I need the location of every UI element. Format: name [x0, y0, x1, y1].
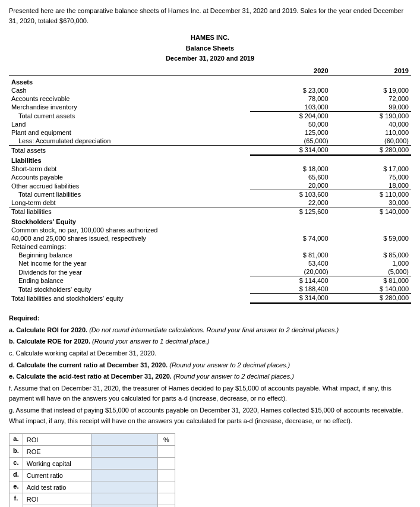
total-current-assets-row: Total current assets $ 204,000 $ 190,000: [9, 111, 411, 120]
beginning-balance-2019: $ 85,000: [331, 251, 411, 259]
ending-balance-row: Ending balance $ 114,400 $ 81,000: [9, 276, 411, 285]
required-item-a: a. Calculate ROI for 2020. (Do not round…: [9, 325, 411, 336]
answer-row-b: b. ROE: [10, 446, 175, 458]
answer-input-f-roi[interactable]: [91, 493, 157, 505]
accounts-payable-label: Accounts payable: [9, 173, 250, 181]
accum-dep-2020: (65,000): [250, 137, 330, 146]
inventory-2019: 99,000: [331, 103, 411, 112]
col-2019-header: 2019: [331, 67, 411, 76]
ppe-2019: 110,000: [331, 128, 411, 137]
total-current-assets-2020: $ 204,000: [250, 111, 330, 120]
answer-input-b[interactable]: [91, 446, 157, 458]
accounts-payable-2020: 65,600: [250, 173, 330, 181]
accounts-payable-2019: 75,000: [331, 173, 411, 181]
answer-input-d[interactable]: [91, 470, 157, 481]
answer-blank-d: [157, 470, 175, 481]
answer-row-f-roi: f. ROI: [10, 493, 175, 505]
total-liabilities-2020: $ 125,600: [250, 207, 330, 216]
inventory-label: Merchandise inventory: [9, 103, 250, 112]
short-term-debt-label: Short-term debt: [9, 165, 250, 173]
retained-earnings-header: Retained earnings:: [9, 243, 250, 251]
answer-name-e: Acid test ratio: [23, 481, 91, 493]
answer-label-f: f.: [10, 493, 23, 507]
cash-label: Cash: [9, 86, 250, 95]
common-stock-label2: 40,000 and 25,000 shares issued, respect…: [9, 234, 250, 243]
answer-label-b: b.: [10, 446, 23, 458]
total-assets-label: Total assets: [9, 145, 250, 155]
answer-blank-e: [157, 481, 175, 493]
assets-header: Assets: [9, 75, 250, 86]
land-2020: 50,000: [250, 120, 330, 128]
required-item-g: g. Assume that instead of paying $15,000…: [9, 405, 411, 426]
answer-input-a[interactable]: [91, 434, 157, 446]
total-se-2019: $ 140,000: [331, 285, 411, 294]
total-liabilities-2019: $ 140,000: [331, 207, 411, 216]
answer-input-c[interactable]: [91, 458, 157, 470]
cash-row: Cash $ 23,000 $ 19,000: [9, 86, 411, 95]
company-name: HAMES INC.: [9, 33, 411, 43]
liabilities-header-row: Liabilities: [9, 155, 411, 165]
answer-name-d: Current ratio: [23, 470, 91, 481]
answer-row-d: d. Current ratio: [10, 470, 175, 481]
answer-percent-a: %: [157, 434, 175, 446]
total-current-liab-2019: $ 110,000: [331, 190, 411, 199]
ar-row: Accounts receivable 78,000 72,000: [9, 95, 411, 103]
total-se-2020: $ 188,400: [250, 285, 330, 294]
inventory-2020: 103,000: [250, 103, 330, 112]
net-income-row: Net income for the year 53,400 1,000: [9, 259, 411, 267]
total-current-assets-label: Total current assets: [9, 111, 250, 120]
long-term-debt-row: Long-term debt 22,000 30,000: [9, 199, 411, 207]
cash-2019: $ 19,000: [331, 86, 411, 95]
other-accrued-row: Other accrued liabilities 20,000 18,000: [9, 181, 411, 190]
se-header: Stockholders' Equity: [9, 216, 250, 226]
answer-label-a: a.: [10, 434, 23, 446]
ppe-row: Plant and equipment 125,000 110,000: [9, 128, 411, 137]
cash-2020: $ 23,000: [250, 86, 330, 95]
assets-header-row: Assets: [9, 75, 411, 86]
answer-row-e: e. Acid test ratio: [10, 481, 175, 493]
answer-table: a. ROI % b. ROE c. Working capital d. Cu…: [9, 433, 175, 507]
ar-2019: 72,000: [331, 95, 411, 103]
total-se-row: Total stockholders' equity $ 188,400 $ 1…: [9, 285, 411, 294]
required-item-e: e. Calculate the acid-test ratio at Dece…: [9, 371, 411, 382]
required-title: Required:: [9, 313, 411, 324]
long-term-debt-label: Long-term debt: [9, 199, 250, 207]
land-row: Land 50,000 40,000: [9, 120, 411, 128]
ppe-2020: 125,000: [250, 128, 330, 137]
other-accrued-2019: 18,000: [331, 181, 411, 190]
answer-name-b: ROE: [23, 446, 91, 458]
answer-name-f-roi: ROI: [23, 493, 91, 505]
total-se-label: Total stockholders' equity: [9, 285, 250, 294]
answer-name-a: ROI: [23, 434, 91, 446]
answer-label-d: d.: [10, 470, 23, 481]
answer-name-c: Working capital: [23, 458, 91, 470]
land-label: Land: [9, 120, 250, 128]
accum-dep-label: Less: Accumulated depreciation: [9, 137, 250, 146]
common-stock-label: Common stock, no par, 100,000 shares aut…: [9, 226, 250, 234]
total-liab-se-2020: $ 314,000: [250, 294, 330, 303]
total-liabilities-row: Total liabilities $ 125,600 $ 140,000: [9, 207, 411, 216]
accum-dep-row: Less: Accumulated depreciation (65,000) …: [9, 137, 411, 146]
ending-balance-2019: $ 81,000: [331, 276, 411, 285]
required-item-c: c. Calculate working capital at December…: [9, 348, 411, 359]
short-term-debt-2019: $ 17,000: [331, 165, 411, 173]
bs-header-row: 2020 2019: [9, 67, 411, 76]
long-term-debt-2019: 30,000: [331, 199, 411, 207]
ar-label: Accounts receivable: [9, 95, 250, 103]
total-assets-2020: $ 314,000: [250, 145, 330, 155]
retained-earnings-header-row: Retained earnings:: [9, 243, 411, 251]
net-income-2019: 1,000: [331, 259, 411, 267]
net-income-2020: 53,400: [250, 259, 330, 267]
answer-input-e[interactable]: [91, 481, 157, 493]
other-accrued-label: Other accrued liabilities: [9, 181, 250, 190]
required-section: Required: a. Calculate ROI for 2020. (Do…: [9, 313, 411, 426]
answer-blank-b: [157, 446, 175, 458]
dividends-2019: (5,000): [331, 267, 411, 276]
required-item-b: b. Calculate ROE for 2020. (Round your a…: [9, 336, 411, 347]
total-assets-row: Total assets $ 314,000 $ 280,000: [9, 145, 411, 155]
common-stock-row2: 40,000 and 25,000 shares issued, respect…: [9, 234, 411, 243]
total-liab-se-row: Total liabilities and stockholders' equi…: [9, 294, 411, 303]
long-term-debt-2020: 22,000: [250, 199, 330, 207]
accum-dep-2019: (60,000): [331, 137, 411, 146]
answer-row-a: a. ROI %: [10, 434, 175, 446]
